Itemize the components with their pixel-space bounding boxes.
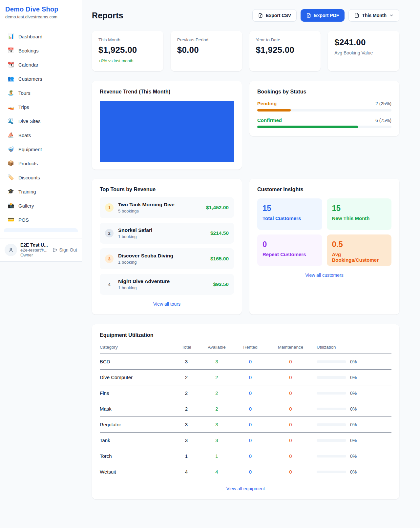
cell-total: 3: [172, 437, 201, 443]
tour-amount: $93.50: [213, 281, 229, 287]
tour-row: 3 Discover Scuba Diving 1 booking $165.0…: [100, 248, 234, 269]
view-all-equipment-link[interactable]: View all equipment: [100, 486, 391, 491]
cell-maintenance: 0: [268, 453, 313, 459]
cell-category: Wetsuit: [100, 469, 172, 475]
cell-available: 3: [201, 422, 232, 427]
sign-out-button[interactable]: Sign Out: [52, 247, 77, 253]
sidebar-item-dive-sites[interactable]: 🌊 Dive Sites: [4, 115, 78, 127]
status-row-confirmed: Confirmed 6 (75%): [257, 117, 391, 128]
tear-calendar-icon: 📆: [7, 62, 14, 67]
package-icon: 📦: [7, 161, 14, 166]
sidebar-item-dashboard[interactable]: 📊 Dashboard: [4, 31, 78, 42]
insight-value: 0.5: [332, 240, 387, 249]
insight-tile-new-this-month: 15 New This Month: [327, 198, 392, 230]
export-csv-label: Export CSV: [266, 13, 291, 18]
sidebar-item-equipment[interactable]: 🤿 Equipment: [4, 144, 78, 155]
insight-tile-repeat-customers: 0 Repeat Customers: [257, 234, 322, 266]
view-all-tours-link[interactable]: View all tours: [100, 301, 234, 307]
sidebar-item-pos[interactable]: 💳 POS: [4, 214, 78, 225]
export-pdf-button[interactable]: Export PDF: [301, 9, 345, 22]
cell-available: 2: [201, 406, 232, 412]
insight-label: Repeat Customers: [262, 252, 317, 257]
sidebar-item-training[interactable]: 🎓 Training: [4, 186, 78, 197]
table-row: Dive Computer 2 2 0 0 0%: [100, 370, 391, 385]
utilization-percent: 0%: [350, 454, 357, 459]
sidebar-item-label: Training: [18, 189, 36, 194]
wave-icon: 🌊: [7, 118, 14, 124]
stat-label: Previous Period: [177, 37, 236, 42]
status-bar-fill-confirmed: [257, 126, 358, 128]
customer-insights-title: Customer Insights: [257, 187, 391, 193]
cell-available: 1: [201, 453, 232, 459]
sidebar-item-label: Dashboard: [18, 34, 42, 39]
cell-utilization: 0%: [313, 375, 391, 380]
stat-value: $241.00: [334, 37, 393, 48]
view-all-customers-link[interactable]: View all customers: [257, 273, 391, 278]
table-row: Torch 1 1 0 0 0%: [100, 448, 391, 464]
cell-total: 4: [172, 469, 201, 475]
period-dropdown[interactable]: This Month: [348, 9, 399, 22]
sidebar-item-calendar[interactable]: 📆 Calendar: [4, 59, 78, 70]
equipment-table-header: Category Total Available Rented Maintena…: [100, 345, 391, 354]
sidebar-item-discounts[interactable]: 🏷️ Discounts: [4, 172, 78, 183]
sidebar-item-boats[interactable]: ⛵ Boats: [4, 130, 78, 141]
cell-available: 2: [201, 390, 232, 396]
brand-domain: demo.test.divestreams.com: [5, 14, 76, 19]
tag-icon: 🏷️: [7, 175, 14, 180]
cell-rented: 0: [232, 437, 268, 443]
customer-insights-card: Customer Insights 15 Total Customers 15 …: [249, 179, 399, 315]
column-header-category: Category: [100, 345, 172, 350]
tour-name: Discover Scuba Diving: [118, 253, 206, 259]
sidebar-item-label: Bookings: [18, 48, 39, 53]
table-row: Fins 2 2 0 0 0%: [100, 385, 391, 401]
page-title: Reports: [92, 11, 123, 20]
stat-label: This Month: [98, 37, 157, 42]
status-label-confirmed: Confirmed: [257, 117, 282, 123]
tour-amount: $165.00: [210, 256, 229, 262]
chevron-down-icon: [389, 13, 394, 18]
bookings-by-status-card: Bookings by Status Pending 2 (25%) Confi…: [249, 81, 399, 136]
cell-available: 3: [201, 437, 232, 443]
tour-bookings: 1 booking: [118, 285, 209, 290]
insight-label: Total Customers: [262, 215, 317, 221]
export-csv-button[interactable]: Export CSV: [252, 9, 297, 22]
sidebar-item-tours[interactable]: 🏝️ Tours: [4, 87, 78, 98]
sidebar-item-gallery[interactable]: 📸 Gallery: [4, 200, 78, 211]
top-tours-title: Top Tours by Revenue: [100, 187, 234, 193]
sidebar-item-trips[interactable]: 🚤 Trips: [4, 101, 78, 112]
diving-mask-icon: 🤿: [7, 147, 14, 152]
stats-grid: This Month $1,925.00 +0% vs last month P…: [92, 31, 399, 71]
stat-label: Avg Booking Value: [334, 50, 393, 55]
cell-maintenance: 0: [268, 422, 313, 427]
sidebar-item-bookings[interactable]: 📅 Bookings: [4, 45, 78, 56]
equipment-table: Category Total Available Rented Maintena…: [100, 345, 391, 479]
cell-utilization: 0%: [313, 438, 391, 443]
export-pdf-label: Export PDF: [314, 13, 339, 18]
cell-rented: 0: [232, 453, 268, 459]
equipment-utilization-card: Equipment Utilization Category Total Ava…: [92, 324, 399, 499]
insight-label: Avg Bookings/Customer: [332, 252, 387, 263]
sidebar-item-label: Calendar: [18, 62, 38, 68]
sailboat-icon: ⛵: [7, 132, 14, 138]
revenue-trend-card: Revenue Trend (This Month): [92, 81, 242, 170]
table-row: Wetsuit 4 4 0 0 0%: [100, 464, 391, 479]
camera-icon: 📸: [7, 203, 14, 208]
cell-maintenance: 0: [268, 375, 313, 380]
tour-amount: $214.50: [210, 230, 229, 236]
insight-grid: 15 Total Customers 15 New This Month 0 R…: [257, 198, 391, 266]
cell-maintenance: 0: [268, 469, 313, 475]
sidebar-item-products[interactable]: 📦 Products: [4, 158, 78, 169]
cell-utilization: 0%: [313, 391, 391, 396]
status-count-pending: 2 (25%): [375, 101, 391, 106]
bookings-by-status-title: Bookings by Status: [257, 89, 391, 95]
column-header-utilization: Utilization: [313, 345, 391, 350]
period-label: This Month: [362, 13, 387, 18]
sidebar-item-label: Boats: [18, 132, 31, 138]
equipment-utilization-title: Equipment Utilization: [100, 332, 391, 338]
cell-rented: 0: [232, 390, 268, 396]
sidebar-active-item-partial[interactable]: [4, 228, 78, 232]
main-content: Reports Export CSV Export PDF This Month…: [82, 0, 420, 499]
revenue-trend-chart: [100, 101, 234, 162]
sidebar-item-label: Discounts: [18, 175, 40, 180]
sidebar-item-customers[interactable]: 👥 Customers: [4, 73, 78, 84]
